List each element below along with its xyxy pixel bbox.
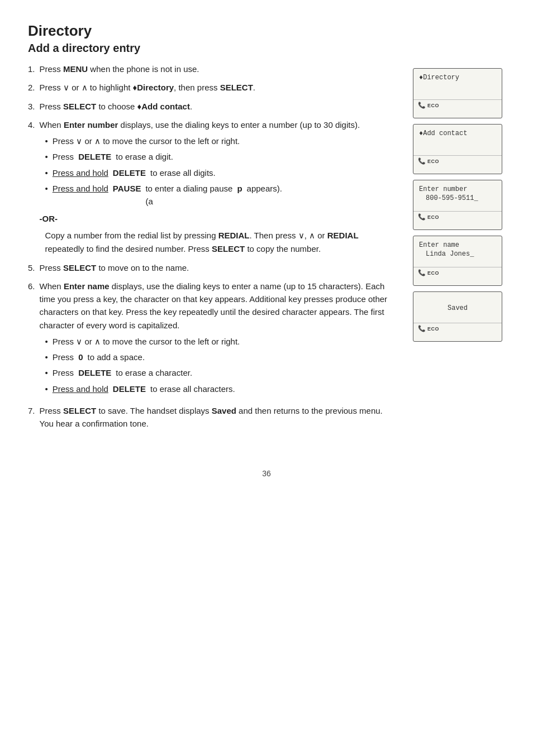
bullet-6-4: Press and hold DELETE to erase all chara… — [45, 382, 396, 395]
eco-icon-5: 📞 ECO — [418, 325, 439, 332]
step-6: When Enter name displays, use the dialin… — [28, 280, 396, 399]
step-3: Press SELECT to choose ♦Add contact. — [28, 100, 396, 113]
eco-icon-3: 📞 ECO — [418, 213, 439, 221]
main-text: Press MENU when the phone is not in use.… — [28, 63, 396, 436]
eco-label-3: ECO — [427, 214, 439, 220]
phone-icon-3: 📞 — [418, 213, 426, 221]
page-title: Directory — [28, 22, 505, 40]
step-5: Press SELECT to move on to the name. — [28, 261, 396, 274]
section-title: Add a directory entry — [28, 42, 505, 55]
eco-label-2: ECO — [427, 159, 439, 164]
step-6-bullets: Press ∨ or ∧ to move the cursor to the l… — [45, 335, 396, 395]
screen-directory: ♦Directory 📞 ECO — [413, 68, 502, 118]
phone-icon-5: 📞 — [418, 325, 426, 332]
page-number: 36 — [28, 469, 505, 478]
screen-add-contact: ♦Add contact 📞 ECO — [413, 124, 502, 174]
eco-label-1: ECO — [427, 103, 439, 108]
eco-icon-2: 📞 ECO — [418, 157, 439, 165]
step-4: When Enter number displays, use the dial… — [28, 118, 396, 256]
bullet-4-2: Press DELETE to erase a digit. — [45, 150, 396, 163]
bullet-4-4: Press and hold PAUSE to enter a dialing … — [45, 182, 396, 208]
side-screens: ♦Directory 📞 ECO ♦Add contact 📞 ECO — [413, 68, 505, 342]
screen-enter-number: Enter number 800-595-9511_ 📞 ECO — [413, 180, 502, 230]
screen5-footer: 📞 ECO — [413, 323, 502, 334]
screen3-footer: 📞 ECO — [413, 211, 502, 222]
eco-label-5: ECO — [427, 326, 439, 332]
screen4-footer: 📞 ECO — [413, 267, 502, 278]
screen5-line1: Saved — [448, 304, 468, 313]
bullet-6-3: Press DELETE to erase a character. — [45, 366, 396, 379]
phone-icon-2: 📞 — [418, 157, 426, 165]
eco-icon-1: 📞 ECO — [418, 102, 439, 109]
or-divider: -OR- — [40, 212, 396, 225]
bullet-6-1: Press ∨ or ∧ to move the cursor to the l… — [45, 335, 396, 348]
screen-enter-name: Enter name Linda Jones_ 📞 ECO — [413, 236, 502, 286]
screen3-line1: Enter number — [419, 185, 496, 194]
screen1-line1: ♦Directory — [419, 73, 496, 83]
screen-saved: Saved 📞 ECO — [413, 291, 502, 342]
phone-icon-4: 📞 — [418, 269, 426, 276]
content-area: Press MENU when the phone is not in use.… — [28, 63, 505, 436]
bullet-6-2: Press 0 to add a space. — [45, 351, 396, 363]
eco-label-4: ECO — [427, 270, 439, 276]
step-1: Press MENU when the phone is not in use. — [28, 63, 396, 75]
screen1-footer: 📞 ECO — [413, 99, 502, 111]
screen3-line2: 800-595-9511_ — [426, 194, 496, 202]
screen2-line1: ♦Add contact — [419, 129, 496, 138]
phone-icon-1: 📞 — [418, 102, 426, 109]
screen4-line2: Linda Jones_ — [426, 250, 496, 258]
bullet-4-3: Press and hold DELETE to erase all digit… — [45, 166, 396, 179]
steps-list: Press MENU when the phone is not in use.… — [28, 63, 396, 430]
step-2: Press ∨ or ∧ to highlight ♦Directory, th… — [28, 81, 396, 94]
or-block: Copy a number from the redial list by pr… — [45, 229, 396, 256]
screen4-line1: Enter name — [419, 241, 496, 250]
screen2-footer: 📞 ECO — [413, 155, 502, 166]
bullet-4-1: Press ∨ or ∧ to move the cursor to the l… — [45, 135, 396, 147]
eco-icon-4: 📞 ECO — [418, 269, 439, 276]
step-7: Press SELECT to save. The handset displa… — [28, 404, 396, 430]
step-4-bullets: Press ∨ or ∧ to move the cursor to the l… — [45, 135, 396, 208]
